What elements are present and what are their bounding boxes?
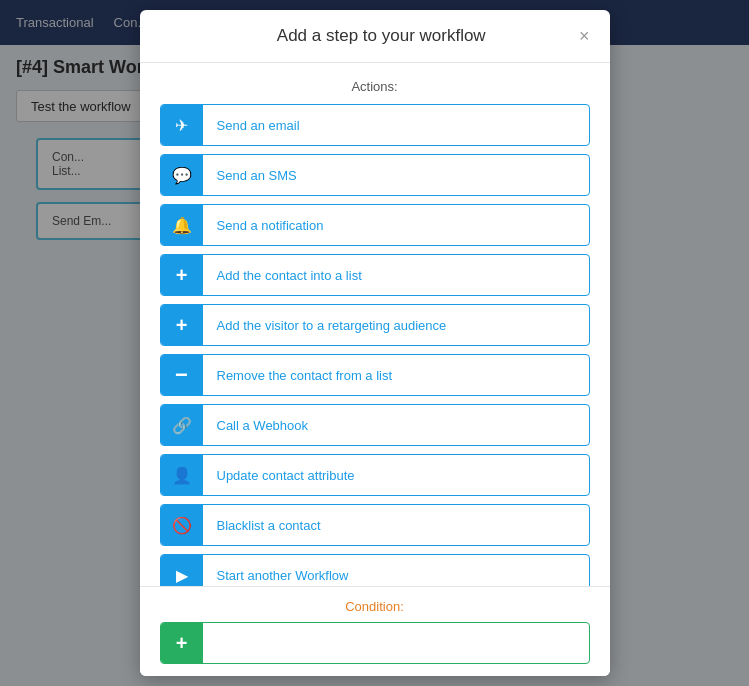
- send-sms-label: Send an SMS: [203, 168, 311, 183]
- remove-contact-list-button[interactable]: − Remove the contact from a list: [160, 354, 590, 396]
- update-contact-button[interactable]: 👤 Update contact attribute: [160, 454, 590, 496]
- add-visitor-retargeting-label: Add the visitor to a retargeting audienc…: [203, 318, 461, 333]
- send-notification-label: Send a notification: [203, 218, 338, 233]
- add-visitor-retargeting-icon: +: [161, 305, 203, 345]
- condition-label: Condition:: [160, 599, 590, 614]
- send-notification-icon: 🔔: [161, 205, 203, 245]
- send-email-button[interactable]: ✈ Send an email: [160, 104, 590, 146]
- start-workflow-icon: ▶: [161, 555, 203, 586]
- start-workflow-label: Start another Workflow: [203, 568, 363, 583]
- condition-icon: +: [161, 623, 203, 663]
- update-contact-label: Update contact attribute: [203, 468, 369, 483]
- call-webhook-label: Call a Webhook: [203, 418, 323, 433]
- modal-title: Add a step to your workflow: [184, 26, 579, 46]
- call-webhook-icon: 🔗: [161, 405, 203, 445]
- send-email-icon: ✈: [161, 105, 203, 145]
- send-notification-button[interactable]: 🔔 Send a notification: [160, 204, 590, 246]
- condition-button[interactable]: +: [160, 622, 590, 664]
- add-contact-list-label: Add the contact into a list: [203, 268, 376, 283]
- modal-body: Actions: ✈ Send an email 💬 Send an SMS 🔔…: [140, 63, 610, 586]
- actions-label: Actions:: [160, 79, 590, 94]
- add-visitor-retargeting-button[interactable]: + Add the visitor to a retargeting audie…: [160, 304, 590, 346]
- modal-footer: Condition: +: [140, 586, 610, 676]
- send-sms-button[interactable]: 💬 Send an SMS: [160, 154, 590, 196]
- start-workflow-button[interactable]: ▶ Start another Workflow: [160, 554, 590, 586]
- blacklist-contact-button[interactable]: 🚫 Blacklist a contact: [160, 504, 590, 546]
- modal-overlay: Add a step to your workflow × Actions: ✈…: [0, 0, 749, 686]
- remove-contact-list-icon: −: [161, 355, 203, 395]
- send-email-label: Send an email: [203, 118, 314, 133]
- blacklist-contact-icon: 🚫: [161, 505, 203, 545]
- add-contact-list-icon: +: [161, 255, 203, 295]
- call-webhook-button[interactable]: 🔗 Call a Webhook: [160, 404, 590, 446]
- send-sms-icon: 💬: [161, 155, 203, 195]
- close-button[interactable]: ×: [579, 27, 590, 45]
- modal-header: Add a step to your workflow ×: [140, 10, 610, 63]
- update-contact-icon: 👤: [161, 455, 203, 495]
- blacklist-contact-label: Blacklist a contact: [203, 518, 335, 533]
- remove-contact-list-label: Remove the contact from a list: [203, 368, 407, 383]
- add-step-modal: Add a step to your workflow × Actions: ✈…: [140, 10, 610, 676]
- add-contact-list-button[interactable]: + Add the contact into a list: [160, 254, 590, 296]
